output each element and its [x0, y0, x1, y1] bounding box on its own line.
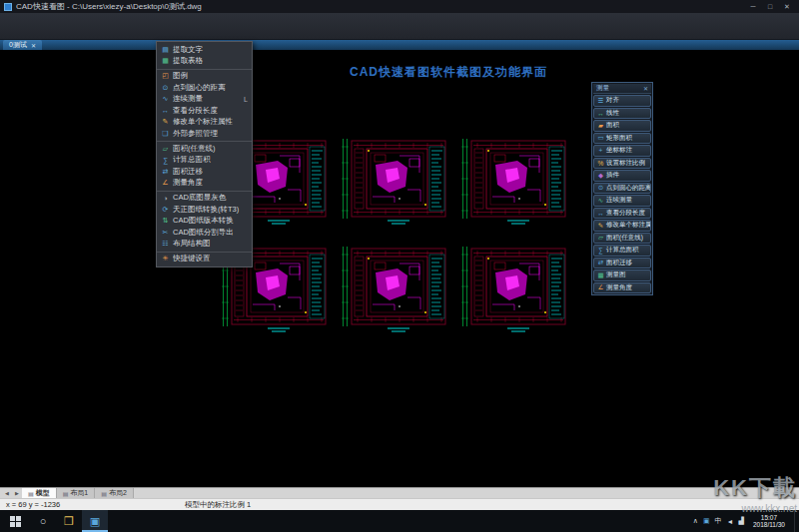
measure-tool-label: 对齐: [606, 96, 619, 105]
measure-tool-label: 面积迁移: [606, 259, 632, 267]
menu-item-icon: ☷: [161, 240, 170, 248]
layout-tab[interactable]: ▤ 布局2: [95, 488, 134, 498]
measure-tool-button[interactable]: ✎ 修改单个标注属性: [593, 220, 651, 232]
layout-tab-icon: ▤: [63, 490, 69, 497]
menu-item-label: 计算总面积: [173, 155, 245, 165]
measure-tool-button[interactable]: ▦ 测量图: [593, 269, 651, 281]
show-desktop-button[interactable]: [794, 510, 798, 532]
menu-item-label: 连续测量: [173, 94, 241, 104]
volume-icon[interactable]: ◄: [727, 518, 734, 525]
panel-close-icon[interactable]: ✕: [643, 85, 648, 92]
menu-item[interactable]: ∠ 测量角度: [157, 178, 252, 192]
measure-tool-icon: ∠: [597, 283, 604, 291]
start-button[interactable]: [0, 510, 30, 532]
minimize-button[interactable]: ─: [745, 1, 761, 12]
tab-close-icon[interactable]: ✕: [31, 42, 36, 49]
maximize-button[interactable]: □: [762, 1, 778, 12]
menu-item-label: 修改单个标注属性: [173, 117, 245, 127]
measure-tool-icon: ▭: [597, 134, 604, 142]
measure-tool-icon: %: [597, 160, 604, 167]
menu-item-label: 图例: [173, 71, 245, 81]
menu-item[interactable]: ⇄ 面积迁移: [157, 166, 252, 178]
menu-item[interactable]: ▦ 提取表格: [157, 56, 252, 70]
menu-item[interactable]: ▤ 提取文字: [157, 44, 252, 56]
close-button[interactable]: ✕: [779, 1, 795, 12]
measure-tool-label: 矩形面积: [606, 134, 632, 143]
measure-tool-button[interactable]: % 设置标注比例: [593, 158, 651, 170]
tab-nav-next-icon[interactable]: ▶: [12, 488, 22, 498]
windows-logo-icon: [10, 516, 21, 527]
menu-item[interactable]: ⟳ 天正图纸转换(转T3): [157, 204, 252, 216]
measure-tool-icon: ☰: [597, 97, 604, 105]
measure-tool-button[interactable]: ↔ 查看分段长度: [593, 208, 651, 220]
measure-tool-button[interactable]: ▱ 面积(任意线): [593, 233, 651, 245]
menu-item[interactable]: ⊙ 点到圆心的距离: [157, 82, 252, 94]
layout-tab-label: 模型: [36, 488, 50, 498]
layout-tab-icon: ▤: [28, 490, 34, 497]
menu-item-icon: ∠: [161, 179, 170, 187]
network-icon[interactable]: ▟: [739, 517, 744, 525]
document-tab[interactable]: 0测试 ✕: [3, 40, 42, 50]
cad-app-button[interactable]: ▣: [82, 510, 108, 532]
status-bar: x = 69 y = -1236 模型中的标注比例 1: [0, 498, 799, 510]
cursor-coordinates: x = 69 y = -1236: [6, 500, 60, 509]
layout-tab-label: 布局1: [70, 488, 88, 498]
menu-item-icon: ▦: [161, 57, 170, 65]
ime-indicator[interactable]: 中: [715, 516, 722, 526]
tray-app-icon[interactable]: ▣: [703, 517, 710, 525]
menu-item[interactable]: ◰ 图例: [157, 71, 252, 83]
document-tab-bar: 0测试 ✕: [0, 40, 799, 50]
measure-tool-icon: +: [597, 147, 604, 154]
taskbar-app-icon: ○: [40, 515, 47, 527]
menu-item[interactable]: ✳ 快捷键设置: [157, 254, 252, 266]
measure-tool-button[interactable]: ∠ 测量角度: [593, 282, 651, 294]
cad-drawing: [461, 139, 565, 224]
hidden-icons-button[interactable]: ∧: [693, 517, 698, 525]
tab-nav-prev-icon[interactable]: ◀: [2, 488, 12, 498]
menu-item-label: 测量角度: [173, 178, 245, 188]
measure-tool-button[interactable]: ◆ 插件: [593, 170, 651, 182]
menu-item[interactable]: ▱ 面积(任意线): [157, 143, 252, 155]
search-button[interactable]: ○: [30, 510, 56, 532]
cad-drawing: [461, 247, 565, 331]
taskbar-clock[interactable]: 15:07 2018/11/30: [750, 514, 788, 529]
measure-toolbox-panel: 测量 ✕ ☰ 对齐 ↔ 线性 ▰ 面积 ▭ 矩形面积 + 坐标标注: [591, 82, 653, 295]
measure-tool-label: 计算总面积: [606, 246, 639, 255]
menu-item[interactable]: ☷ 布局结构图: [157, 239, 252, 253]
menu-item[interactable]: ✂ CAD图纸分割导出: [157, 227, 252, 239]
menu-item-label: 布局结构图: [173, 239, 245, 249]
measure-tool-icon: ▦: [597, 271, 604, 279]
measure-tool-button[interactable]: ⊙ 点到圆心的距离: [593, 183, 651, 195]
menu-item-icon: ⊙: [161, 84, 170, 92]
measure-tool-button[interactable]: ▭ 矩形面积: [593, 133, 651, 145]
measure-tool-button[interactable]: ▰ 面积: [593, 120, 651, 132]
menu-item[interactable]: ✎ 修改单个标注属性: [157, 117, 252, 129]
measure-panel-header[interactable]: 测量 ✕: [593, 84, 651, 94]
layout-tab[interactable]: ▤ 布局1: [57, 488, 96, 498]
measure-tool-label: 测量角度: [606, 283, 632, 292]
menu-item[interactable]: ◑ CAD底图显灰色: [157, 193, 252, 205]
drawing-canvas[interactable]: CAD快速看图软件截图及功能界面: [0, 50, 799, 487]
taskbar-app-icon: ❒: [64, 515, 74, 528]
measure-tool-button[interactable]: ∿ 连续测量: [593, 195, 651, 207]
measure-tool-button[interactable]: + 坐标标注: [593, 145, 651, 157]
menu-item-icon: ◑: [161, 195, 170, 202]
layout-tab[interactable]: ▤ 模型: [22, 488, 57, 498]
menu-item-icon: ▤: [161, 46, 170, 54]
measure-tool-icon: ◆: [597, 172, 604, 180]
measure-tool-button[interactable]: ⇄ 面积迁移: [593, 258, 651, 269]
menu-item[interactable]: ∑ 计算总面积: [157, 155, 252, 167]
measure-tool-button[interactable]: ☰ 对齐: [593, 95, 651, 107]
menu-item-icon: ✎: [161, 118, 170, 126]
menu-item[interactable]: ❏ 外部参照管理: [157, 128, 252, 142]
measure-tool-button[interactable]: ∑ 计算总面积: [593, 245, 651, 257]
canvas-title: CAD快速看图软件截图及功能界面: [350, 64, 547, 81]
measure-tool-icon: ▱: [597, 234, 604, 242]
menu-item-label: 点到圆心的距离: [173, 83, 245, 93]
menu-item[interactable]: ⇅ CAD图纸版本转换: [157, 216, 252, 228]
file-explorer-button[interactable]: ❒: [56, 510, 82, 532]
measure-tool-label: 设置标注比例: [606, 159, 645, 168]
measure-tool-button[interactable]: ↔ 线性: [593, 108, 651, 120]
menu-item[interactable]: ∿ 连续测量 L: [157, 94, 252, 106]
menu-item[interactable]: ↔ 查看分段长度: [157, 105, 252, 117]
